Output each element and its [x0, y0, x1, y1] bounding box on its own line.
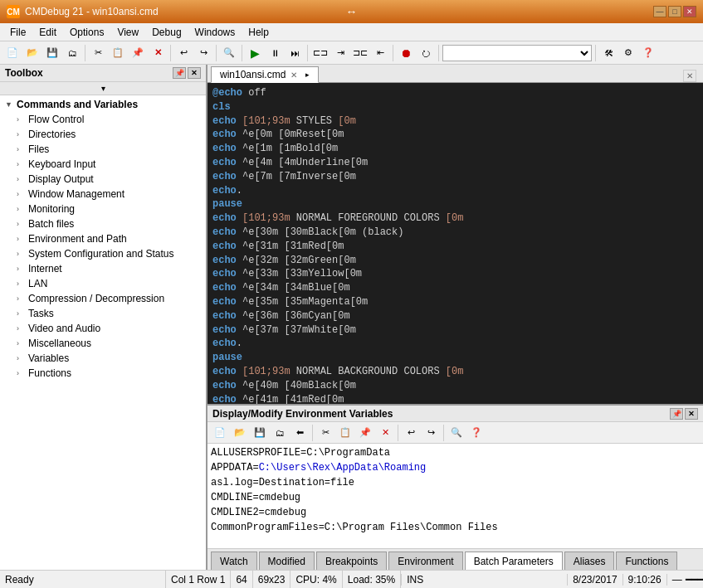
- bottom-panel-controls[interactable]: 📌 ✕: [670, 408, 698, 420]
- tree-item-window-management[interactable]: › Window Management: [0, 187, 206, 202]
- status-zoom[interactable]: — ━━━━ +: [666, 574, 703, 586]
- open-button[interactable]: 📂: [23, 44, 41, 62]
- bt-copy[interactable]: 📋: [336, 424, 354, 442]
- delete-button[interactable]: ✕: [149, 44, 167, 62]
- item-label: LAN: [28, 278, 47, 289]
- tree-item-functions[interactable]: › Functions: [0, 366, 206, 381]
- tree-item-internet[interactable]: › Internet: [0, 261, 206, 276]
- menu-file[interactable]: File: [3, 25, 32, 40]
- tree-item-environment-path[interactable]: › Environment and Path: [0, 231, 206, 246]
- tree-item-compression[interactable]: › Compression / Decompression: [0, 291, 206, 306]
- cut-button[interactable]: ✂: [89, 44, 107, 62]
- item-label: Video and Audio: [28, 323, 100, 334]
- menu-help[interactable]: Help: [242, 25, 276, 40]
- trace3-button[interactable]: ⊐⊏: [351, 44, 369, 62]
- tree-item-flow-control[interactable]: › Flow Control: [0, 112, 206, 127]
- code-line-8: echo.: [212, 184, 698, 198]
- trace-button[interactable]: ⊏⊐: [311, 44, 330, 62]
- toolbox-scroll-button[interactable]: ▾: [0, 82, 206, 95]
- toolbox-pin-button[interactable]: 📌: [173, 67, 186, 79]
- item-label: Monitoring: [28, 203, 75, 215]
- maximize-button[interactable]: □: [668, 6, 681, 17]
- tab-functions[interactable]: Functions: [616, 552, 677, 570]
- bt-open[interactable]: 📂: [231, 424, 249, 442]
- tree-item-keyboard-input[interactable]: › Keyboard Input: [0, 157, 206, 172]
- tree-item-lan[interactable]: › LAN: [0, 276, 206, 291]
- menu-debug[interactable]: Debug: [145, 25, 188, 40]
- new-button[interactable]: 📄: [3, 44, 22, 62]
- title-bar-arrows: ↔: [346, 5, 358, 18]
- bottom-env-content[interactable]: ALLUSERSPROFILE=C:\ProgramData APPDATA=C…: [207, 444, 703, 548]
- config-button[interactable]: ⚙: [619, 44, 637, 62]
- tree-item-directories[interactable]: › Directories: [0, 127, 206, 142]
- tab-close-panel[interactable]: ✕: [683, 70, 696, 82]
- run-button[interactable]: ▶: [246, 44, 264, 62]
- bt-new[interactable]: 📄: [211, 424, 229, 442]
- tree-item-tasks[interactable]: › Tasks: [0, 306, 206, 321]
- code-editor[interactable]: @echo off cls echo [101;93m STYLES [0m e…: [207, 83, 703, 404]
- code-tab-win10ansi[interactable]: win10ansi.cmd ✕ ▸: [211, 66, 319, 83]
- menu-windows[interactable]: Windows: [188, 25, 242, 40]
- tools-button[interactable]: 🛠: [599, 44, 618, 62]
- tree-item-monitoring[interactable]: › Monitoring: [0, 202, 206, 216]
- help2-button[interactable]: ❓: [639, 44, 657, 62]
- pause-button[interactable]: ⏸: [266, 44, 284, 62]
- paste-button[interactable]: 📌: [129, 44, 147, 62]
- toolbar-dropdown[interactable]: [442, 45, 592, 61]
- title-bar-left: CM CMDebug 21 - win10ansi.cmd: [7, 5, 159, 18]
- toolbox-header-buttons[interactable]: 📌 ✕: [173, 67, 201, 79]
- tab-batch-parameters[interactable]: Batch Parameters: [465, 552, 563, 570]
- bottom-pin-button[interactable]: 📌: [670, 408, 683, 420]
- menu-view[interactable]: View: [110, 25, 145, 40]
- tree-item-video-audio[interactable]: › Video and Audio: [0, 321, 206, 336]
- tab-breakpoints[interactable]: Breakpoints: [316, 552, 387, 570]
- zoom-minus-icon[interactable]: —: [672, 574, 682, 586]
- close-button[interactable]: ✕: [683, 6, 696, 17]
- undo-button[interactable]: ↩: [174, 44, 193, 62]
- copy-button[interactable]: 📋: [109, 44, 127, 62]
- item-arrow: ›: [17, 160, 25, 168]
- tree-item-batch-files[interactable]: › Batch files: [0, 216, 206, 231]
- redo-button[interactable]: ↪: [194, 44, 212, 62]
- trace2-button[interactable]: ⇥: [331, 44, 349, 62]
- toolbox-close-button[interactable]: ✕: [188, 67, 201, 79]
- bt-cut[interactable]: ✂: [316, 424, 334, 442]
- tab-modified[interactable]: Modified: [259, 552, 315, 570]
- tab-aliases[interactable]: Aliases: [564, 552, 615, 570]
- tree-item-system-config[interactable]: › System Configuration and Status: [0, 246, 206, 261]
- tree-item-variables[interactable]: › Variables: [0, 351, 206, 366]
- bt-save2[interactable]: 🗂: [271, 424, 289, 442]
- menu-edit[interactable]: Edit: [32, 25, 63, 40]
- tab-environment[interactable]: Environment: [388, 552, 462, 570]
- restart-button[interactable]: ⭮: [417, 44, 435, 62]
- status-ins: INS: [401, 574, 567, 586]
- save-all-button[interactable]: 🗂: [63, 44, 81, 62]
- tab-watch[interactable]: Watch: [211, 552, 257, 570]
- trace4-button[interactable]: ⇤: [371, 44, 389, 62]
- bottom-close-button[interactable]: ✕: [685, 408, 698, 420]
- step-button[interactable]: ⏭: [286, 44, 304, 62]
- bt-save[interactable]: 💾: [251, 424, 269, 442]
- title-bar-controls[interactable]: — □ ✕: [653, 6, 696, 17]
- tab-close-button[interactable]: ✕: [290, 70, 297, 80]
- bt-find[interactable]: 🔍: [447, 424, 466, 442]
- tree-item-files[interactable]: › Files: [0, 142, 206, 157]
- find-button[interactable]: 🔍: [220, 44, 238, 62]
- bt-help[interactable]: ❓: [467, 424, 486, 442]
- save-button[interactable]: 💾: [43, 44, 61, 62]
- stop-button[interactable]: ⏺: [397, 44, 415, 62]
- bt-back[interactable]: ⬅: [290, 424, 309, 442]
- bt-paste[interactable]: 📌: [356, 424, 374, 442]
- minimize-button[interactable]: —: [653, 6, 666, 17]
- status-time: 9:10:26: [622, 574, 666, 586]
- app-icon: CM: [7, 5, 20, 18]
- code-line-17: echo ^e[36m [36mCyan[0m: [212, 309, 698, 323]
- tree-section-commands[interactable]: ▼ Commands and Variables: [0, 97, 206, 112]
- bt-undo[interactable]: ↩: [402, 424, 420, 442]
- bt-redo[interactable]: ↪: [422, 424, 440, 442]
- menu-options[interactable]: Options: [63, 25, 110, 40]
- tree-item-miscellaneous[interactable]: › Miscellaneous: [0, 336, 206, 351]
- bt-del[interactable]: ✕: [376, 424, 394, 442]
- bottom-tabs: Watch Modified Breakpoints Environment B…: [207, 548, 703, 570]
- tree-item-display-output[interactable]: › Display Output: [0, 172, 206, 187]
